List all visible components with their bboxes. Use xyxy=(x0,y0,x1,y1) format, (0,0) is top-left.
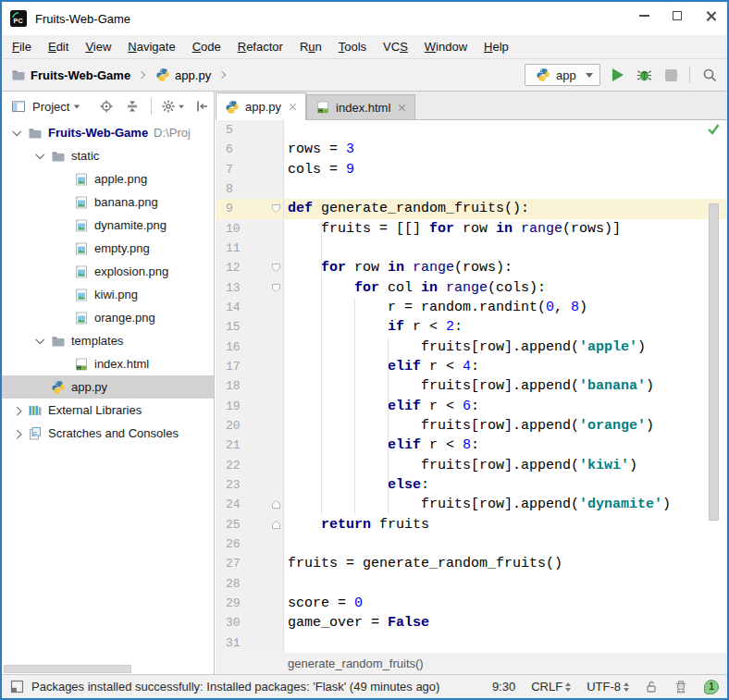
caret-position[interactable]: 9:30 xyxy=(492,680,515,694)
html-icon: H xyxy=(74,357,89,372)
menu-file[interactable]: File xyxy=(4,37,40,56)
code-line-16[interactable]: 16 fruits[row].append('apple') xyxy=(216,338,727,357)
code-text: fruits = [[] for row in range(rows)] xyxy=(284,219,621,239)
code-line-24[interactable]: 24 fruits[row].append('dynamite') xyxy=(216,495,727,514)
tree-item-static[interactable]: static xyxy=(2,144,214,167)
menu-navigate[interactable]: Navigate xyxy=(119,37,183,56)
code-line-12[interactable]: 12 for row in range(rows): xyxy=(216,258,727,277)
breadcrumb-item[interactable]: app.py xyxy=(175,68,211,82)
line-number: 6 xyxy=(216,140,284,159)
menu-edit[interactable]: Edit xyxy=(40,37,77,56)
code-line-29[interactable]: 29score = 0 xyxy=(216,594,727,613)
tree-item-app.py[interactable]: app.py xyxy=(2,375,214,399)
fold-marker-up-icon[interactable] xyxy=(271,499,281,510)
tree-item-kiwi.png[interactable]: kiwi.png xyxy=(2,283,214,306)
menu-run[interactable]: Run xyxy=(291,37,330,56)
hide-panel-button[interactable] xyxy=(195,99,210,114)
code-line-19[interactable]: 19 elif r < 6: xyxy=(216,397,727,416)
readonly-lock-icon[interactable] xyxy=(645,680,658,694)
project-view-selector[interactable]: Project xyxy=(32,100,69,114)
menu-vcs[interactable]: VCS xyxy=(375,37,416,56)
close-tab-icon[interactable] xyxy=(398,104,406,112)
menu-help[interactable]: Help xyxy=(476,37,517,56)
tree-item-empty.png[interactable]: empty.png xyxy=(2,237,214,260)
collapse-all-button[interactable] xyxy=(125,99,140,114)
code-line-14[interactable]: 14 r = random.randint(0, 8) xyxy=(216,298,727,317)
code-line-26[interactable]: 26 xyxy=(216,534,727,554)
fold-marker-down-icon[interactable] xyxy=(271,283,281,293)
tree-item-index.html[interactable]: Hindex.html xyxy=(2,352,214,375)
vertical-scrollbar[interactable] xyxy=(709,203,719,521)
code-line-9[interactable]: 9def generate_random_fruits(): xyxy=(216,199,727,218)
debug-button[interactable] xyxy=(636,68,653,83)
tab-index.html[interactable]: Hindex.html xyxy=(306,94,415,119)
code-line-28[interactable]: 28 xyxy=(216,574,727,594)
menu-view[interactable]: View xyxy=(77,37,119,56)
encoding-widget[interactable]: UTF-8 xyxy=(587,680,629,694)
tree-item-templates[interactable]: templates xyxy=(2,329,214,352)
run-configuration-select[interactable]: app xyxy=(525,64,600,86)
tab-app.py[interactable]: app.py xyxy=(216,92,306,120)
code-line-23[interactable]: 23 else: xyxy=(216,475,727,495)
notification-badge[interactable]: 1 xyxy=(704,680,719,694)
tree-item-external-libraries[interactable]: External Libraries xyxy=(2,399,214,422)
tree-item-orange.png[interactable]: orange.png xyxy=(2,306,214,329)
highlighting-level-icon[interactable] xyxy=(673,680,688,694)
locate-file-button[interactable] xyxy=(99,99,114,114)
menu-refactor[interactable]: Refactor xyxy=(229,37,291,56)
tree-item-dynamite.png[interactable]: dynamite.png xyxy=(2,214,214,237)
line-separator-widget[interactable]: CRLF xyxy=(531,680,571,694)
code-line-21[interactable]: 21 elif r < 8: xyxy=(216,436,727,455)
fold-marker-down-icon[interactable] xyxy=(271,263,281,273)
code-line-13[interactable]: 13 for col in range(cols): xyxy=(216,278,727,298)
chevron-right-icon xyxy=(218,71,226,79)
horizontal-scrollbar[interactable] xyxy=(4,665,131,673)
code-line-20[interactable]: 20 fruits[row].append('orange') xyxy=(216,416,727,436)
gear-settings-button[interactable] xyxy=(161,99,176,114)
code-line-11[interactable]: 11 xyxy=(216,239,727,258)
tree-item-banana.png[interactable]: banana.png xyxy=(2,190,214,214)
tree-item-scratches-and-consoles[interactable]: Scratches and Consoles xyxy=(2,422,214,445)
maximize-button[interactable] xyxy=(661,2,694,30)
chevron-down-icon[interactable] xyxy=(74,104,80,108)
code-line-10[interactable]: 10 fruits = [[] for row in range(rows)] xyxy=(216,219,727,239)
tree-item-explosion.png[interactable]: explosion.png xyxy=(2,260,214,283)
code-line-22[interactable]: 22 fruits[row].append('kiwi') xyxy=(216,456,727,475)
code-line-7[interactable]: 7cols = 9 xyxy=(216,160,727,179)
toolwindow-toggle-icon[interactable] xyxy=(10,680,24,694)
fold-marker-up-icon[interactable] xyxy=(271,520,281,530)
chevron-down-icon xyxy=(179,104,185,108)
close-tab-icon[interactable] xyxy=(289,103,297,111)
code-line-8[interactable]: 8 xyxy=(216,179,727,199)
code-line-27[interactable]: 27fruits = generate_random_fruits() xyxy=(216,554,727,573)
menu-code[interactable]: Code xyxy=(184,37,229,56)
chevron-down-icon[interactable] xyxy=(9,129,24,136)
chevron-right-icon[interactable] xyxy=(9,430,24,436)
line-number: 15 xyxy=(216,317,284,337)
code-line-30[interactable]: 30game_over = False xyxy=(216,613,727,632)
chevron-right-icon[interactable] xyxy=(9,407,24,413)
editor-body[interactable]: 56rows = 37cols = 989def generate_random… xyxy=(216,120,727,653)
breadcrumb-item[interactable]: Fruits-Web-Game xyxy=(31,68,130,82)
run-button[interactable] xyxy=(612,68,624,81)
python-icon xyxy=(536,68,550,82)
chevron-down-icon[interactable] xyxy=(32,153,47,159)
close-button[interactable] xyxy=(694,2,727,30)
inspections-ok-check-icon[interactable] xyxy=(707,123,720,135)
tree-item-fruits-web-game[interactable]: Fruits-Web-GameD:\Proj xyxy=(2,121,214,144)
minimize-button[interactable] xyxy=(627,2,661,30)
menu-window[interactable]: Window xyxy=(416,37,476,56)
code-line-25[interactable]: 25 return fruits xyxy=(216,515,727,534)
code-line-6[interactable]: 6rows = 3 xyxy=(216,140,727,159)
code-line-17[interactable]: 17 elif r < 4: xyxy=(216,357,727,376)
code-line-31[interactable]: 31 xyxy=(216,633,727,653)
breadcrumb-function[interactable]: generate_random_fruits() xyxy=(288,657,424,670)
fold-marker-down-icon[interactable] xyxy=(271,203,281,214)
search-everywhere-icon[interactable] xyxy=(702,68,718,83)
code-line-5[interactable]: 5 xyxy=(216,120,727,140)
code-line-15[interactable]: 15 if r < 2: xyxy=(216,317,727,337)
menu-tools[interactable]: Tools xyxy=(330,37,375,56)
code-line-18[interactable]: 18 fruits[row].append('banana') xyxy=(216,376,727,396)
chevron-down-icon[interactable] xyxy=(32,338,47,344)
tree-item-apple.png[interactable]: apple.png xyxy=(2,167,214,190)
